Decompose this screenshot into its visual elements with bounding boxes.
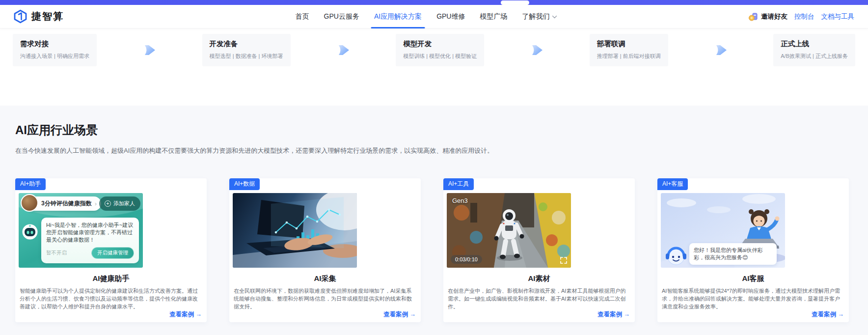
nav-ai-solutions[interactable]: AI应用解决方案 bbox=[374, 5, 422, 28]
step-title: 需求对接 bbox=[20, 39, 89, 49]
gen3-label: Gen3 bbox=[452, 197, 468, 204]
step-desc: 模型选型 | 数据准备 | 环境部署 bbox=[210, 53, 283, 60]
arrow-right-icon bbox=[530, 45, 543, 56]
top-banner bbox=[0, 0, 868, 5]
section-title: AI应用行业场景 bbox=[15, 122, 853, 138]
header-actions: 邀请好友 控制台 文档与工具 bbox=[748, 12, 854, 22]
card-desc: AI智能客服系统能够提供24*7的即时响应服务，通过大模型技术理解用户需求，并给… bbox=[662, 287, 844, 310]
card-title: AI健康助手 bbox=[15, 274, 207, 283]
process-flow: 需求对接 沟通接入场景 | 明确应用需求 开发准备 模型选型 | 数据准备 | … bbox=[13, 34, 855, 66]
section-subtitle: 在当今快速发展的人工智能领域，超级AI应用的构建不仅需要强大的算力资源和先进的大… bbox=[15, 146, 853, 155]
step-launch: 正式上线 A/B效果测试 | 正式上线服务 bbox=[773, 34, 855, 66]
dismiss-button: 暂不开启 bbox=[46, 250, 67, 256]
card-ai-assistant: AI+助手 3分钟评估健康指数 › + 添加家人 bbox=[15, 178, 207, 322]
card-desc: 在创意产业中，如广告、影视制作和游戏开发，AI素材工具能够根据用户的需求。如一键… bbox=[448, 287, 630, 310]
view-case-link[interactable]: 查看案例 → bbox=[597, 310, 630, 319]
step-dev-prep: 开发准备 模型选型 | 数据准备 | 环境部署 bbox=[202, 34, 291, 66]
chevron-right-icon: › bbox=[95, 200, 97, 207]
use-case-cards: AI+助手 3分钟评估健康指数 › + 添加家人 bbox=[15, 178, 853, 322]
card-badge: AI+数据 bbox=[229, 178, 260, 190]
video-material-image: Gen3 0:03/0:10 bbox=[447, 193, 571, 268]
top-banner-button[interactable] bbox=[501, 0, 529, 5]
step-title: 开发准备 bbox=[210, 39, 283, 49]
step-model-dev: 模型开发 模型训练 | 模型优化 | 模型验证 bbox=[396, 34, 484, 66]
logo[interactable]: 捷智算 bbox=[14, 9, 64, 24]
card-title: AI采集 bbox=[229, 274, 421, 283]
nav-gpu-repair[interactable]: GPU维修 bbox=[436, 5, 465, 28]
data-collection-image bbox=[233, 193, 357, 268]
card-title: AI素材 bbox=[443, 274, 635, 283]
health-banner-title: 3分钟评估健康指数 bbox=[41, 199, 92, 208]
customer-service-image: 您好！我是您的专属ai伙伴彩彩，很高兴为您服务😊 bbox=[661, 193, 785, 268]
nav-model-market[interactable]: 模型广场 bbox=[480, 5, 507, 28]
logo-text: 捷智算 bbox=[31, 10, 64, 23]
arrow-right-icon bbox=[143, 45, 156, 56]
step-desc: A/B效果测试 | 正式上线服务 bbox=[781, 53, 848, 60]
step-desc: 推理部署 | 前后端对接联调 bbox=[597, 53, 661, 60]
arrow-right-icon bbox=[714, 45, 727, 56]
chat-bubble-text: Hi~我是小智，您的健康小助手~建议您开启智能健康管理方案，不再错过最关心的健康… bbox=[46, 222, 134, 244]
arrow-right-icon bbox=[337, 45, 350, 56]
view-case-link[interactable]: 查看案例 → bbox=[169, 310, 202, 319]
industry-section: AI应用行业场景 在当今快速发展的人工智能领域，超级AI应用的构建不仅需要强大的… bbox=[0, 106, 868, 335]
card-desc: 智能健康助手可以为个人提供定制化的健康建议和生活方式改善方案。通过分析个人的生活… bbox=[20, 287, 202, 310]
card-badge: AI+客服 bbox=[657, 178, 688, 190]
console-link[interactable]: 控制台 bbox=[794, 12, 814, 21]
step-title: 正式上线 bbox=[781, 39, 848, 49]
invite-friends-button[interactable]: 邀请好友 bbox=[748, 12, 787, 22]
card-badge: AI+工具 bbox=[443, 178, 474, 190]
coins-icon bbox=[748, 12, 758, 22]
nav-about-label: 了解我们 bbox=[522, 12, 549, 21]
view-case-link[interactable]: 查看案例 → bbox=[812, 310, 844, 319]
card-badge: AI+助手 bbox=[15, 178, 46, 190]
chevron-down-icon bbox=[552, 15, 557, 19]
chat-bubble: 您好！我是您的专属ai伙伴彩彩，很高兴为您服务😊 bbox=[689, 243, 777, 265]
step-title: 部署联调 bbox=[597, 39, 661, 49]
nav-gpu-cloud[interactable]: GPU云服务 bbox=[324, 5, 359, 28]
header: 捷智算 首页 GPU云服务 AI应用解决方案 GPU维修 模型广场 了解我们 邀… bbox=[0, 5, 868, 28]
nav-home[interactable]: 首页 bbox=[296, 5, 309, 28]
view-case-link[interactable]: 查看案例 → bbox=[383, 310, 416, 319]
step-title: 模型开发 bbox=[403, 39, 477, 49]
video-timestamp: 0:03/0:10 bbox=[451, 255, 482, 264]
nav-about[interactable]: 了解我们 bbox=[522, 5, 557, 28]
step-requirements: 需求对接 沟通接入场景 | 明确应用需求 bbox=[13, 34, 97, 66]
robot-avatar bbox=[22, 223, 38, 240]
food-bowl-image bbox=[21, 194, 38, 212]
step-desc: 沟通接入场景 | 明确应用需求 bbox=[20, 53, 89, 60]
card-desc: 在全民联网的环境下，数据的获取难度变低但辨别难度却增加了，AI采集系统能够自动搜… bbox=[234, 287, 416, 310]
mascot-avatar bbox=[665, 244, 687, 267]
enable-health-button: 开启健康管理 bbox=[91, 247, 134, 259]
invite-friends-label: 邀请好友 bbox=[761, 12, 787, 21]
plus-icon: + bbox=[105, 200, 111, 207]
add-family-label: 添加家人 bbox=[113, 200, 135, 207]
step-desc: 模型训练 | 模型优化 | 模型验证 bbox=[403, 53, 477, 60]
docs-tools-link[interactable]: 文档与工具 bbox=[821, 12, 855, 21]
chat-bubble: Hi~我是小智，您的健康小助手~建议您开启智能健康管理方案，不再错过最关心的健康… bbox=[41, 218, 139, 263]
card-ai-service: AI+客服 bbox=[657, 178, 849, 322]
step-deploy: 部署联调 推理部署 | 前后端对接联调 bbox=[590, 34, 668, 66]
health-assistant-image: 3分钟评估健康指数 › + 添加家人 bbox=[19, 193, 143, 268]
card-title: AI客服 bbox=[657, 274, 849, 283]
card-ai-data: AI+数据 bbox=[229, 178, 421, 322]
logo-icon bbox=[14, 9, 27, 24]
add-family-button: + 添加家人 bbox=[99, 196, 140, 211]
card-ai-tools: AI+工具 bbox=[443, 178, 635, 322]
process-flow-section: 需求对接 沟通接入场景 | 明确应用需求 开发准备 模型选型 | 数据准备 | … bbox=[0, 28, 868, 106]
main-nav: 首页 GPU云服务 AI应用解决方案 GPU维修 模型广场 了解我们 bbox=[296, 5, 557, 28]
fullscreen-icon bbox=[560, 257, 567, 264]
